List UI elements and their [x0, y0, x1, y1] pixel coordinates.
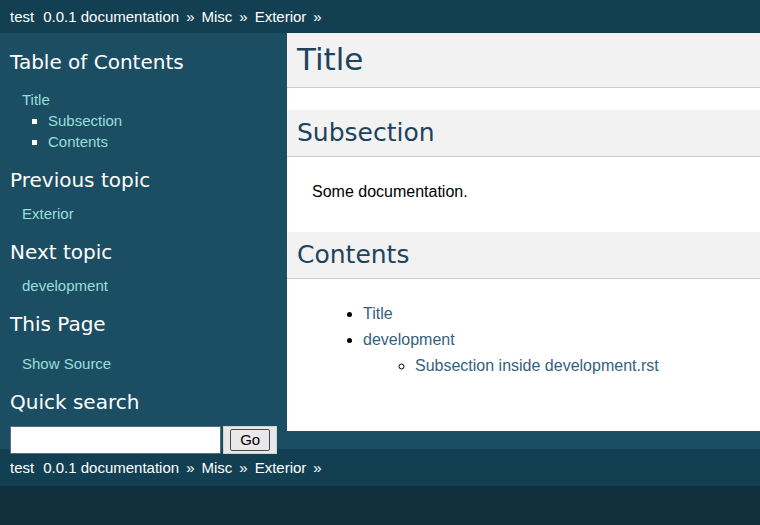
sidebar-this-page-heading: This Page	[10, 311, 277, 337]
body-paragraph: Some documentation.	[312, 181, 760, 202]
contents-toc-list: Title development Subsection inside deve…	[287, 301, 760, 379]
sidebar-toc-link-subsection[interactable]: Subsection	[48, 112, 122, 129]
contents-item-development-subsection: Subsection inside development.rst	[415, 353, 760, 379]
breadcrumb-misc-link[interactable]: Misc	[201, 459, 232, 476]
go-button-label: Go	[230, 429, 270, 451]
page-footer	[0, 486, 760, 525]
previous-topic-row: Exterior	[22, 203, 277, 224]
sidebar-toc-link-contents[interactable]: Contents	[48, 133, 108, 150]
sidebar-toc-link-title[interactable]: Title	[22, 91, 50, 108]
sidebar-toc-heading: Table of Contents	[10, 49, 277, 75]
next-topic-link[interactable]: development	[22, 277, 108, 294]
bottom-nav-bar: test 0.0.1 documentation » Misc » Exteri…	[0, 449, 760, 486]
breadcrumb-separator: »	[239, 459, 247, 476]
breadcrumb-exterior-link[interactable]: Exterior	[255, 8, 307, 25]
search-input[interactable]	[10, 426, 221, 454]
breadcrumb-separator: »	[186, 459, 194, 476]
sidebar-toc-item-subsection: Subsection	[48, 110, 277, 131]
sidebar-toc-item-title: Title Subsection Contents	[22, 89, 277, 152]
page-body: Title Subsection Some documentation. Con…	[287, 33, 760, 431]
show-source-row: Show Source	[22, 353, 277, 374]
sidebar: Table of Contents Title Subsection Conte…	[0, 33, 287, 454]
quick-search-form: Go	[10, 426, 277, 454]
document-area: Table of Contents Title Subsection Conte…	[0, 33, 760, 449]
sphinx-doc-page: test 0.0.1 documentation » Misc » Exteri…	[0, 0, 760, 525]
contents-item-development: development Subsection inside developmen…	[363, 327, 760, 379]
documentation-home-link[interactable]: 0.0.1 documentation	[43, 8, 179, 25]
breadcrumb-separator: »	[239, 8, 247, 25]
breadcrumb-exterior-link[interactable]: Exterior	[255, 459, 307, 476]
contents-heading: Contents	[287, 232, 760, 279]
project-link[interactable]: test	[10, 8, 34, 25]
breadcrumb-misc-link[interactable]: Misc	[201, 8, 232, 25]
previous-topic-link[interactable]: Exterior	[22, 205, 74, 222]
project-link[interactable]: test	[10, 459, 34, 476]
top-nav-bar: test 0.0.1 documentation » Misc » Exteri…	[0, 0, 760, 33]
breadcrumb-separator: »	[186, 8, 194, 25]
sidebar-toc-item-contents: Contents	[48, 131, 277, 152]
quick-search-heading: Quick search	[10, 389, 277, 415]
contents-link-title[interactable]: Title	[363, 305, 393, 322]
contents-link-development[interactable]: development	[363, 331, 455, 348]
sidebar-next-topic-heading: Next topic	[10, 239, 277, 265]
contents-link-development-subsection[interactable]: Subsection inside development.rst	[415, 357, 659, 374]
sidebar-previous-topic-heading: Previous topic	[10, 167, 277, 193]
sidebar-toc-list: Title Subsection Contents	[22, 89, 277, 152]
contents-item-title: Title	[363, 301, 760, 327]
breadcrumb-separator: »	[313, 459, 321, 476]
subsection-heading: Subsection	[287, 110, 760, 157]
documentation-home-link[interactable]: 0.0.1 documentation	[43, 459, 179, 476]
page-title: Title	[287, 33, 760, 88]
next-topic-row: development	[22, 275, 277, 296]
breadcrumb-separator: »	[313, 8, 321, 25]
go-button[interactable]: Go	[223, 426, 277, 454]
show-source-link[interactable]: Show Source	[22, 355, 111, 372]
